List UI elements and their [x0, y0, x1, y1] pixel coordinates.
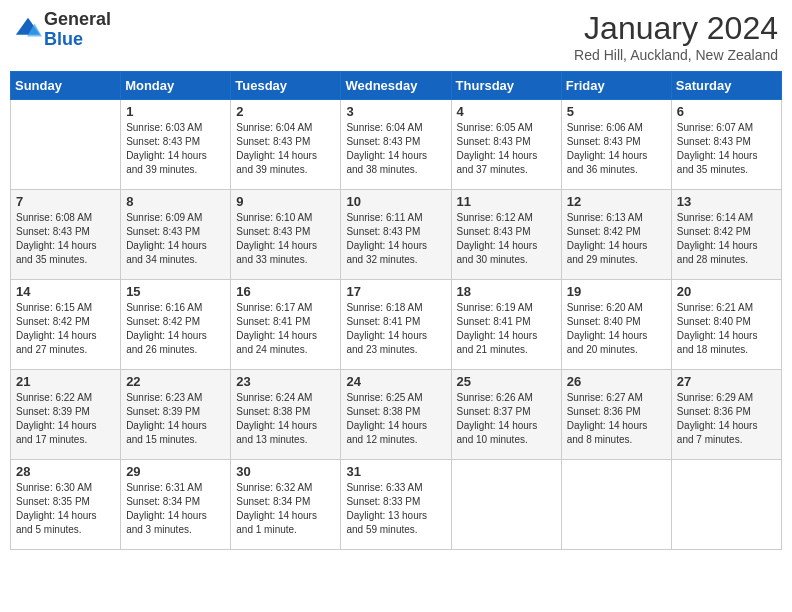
- day-info: Sunrise: 6:30 AMSunset: 8:35 PMDaylight:…: [16, 481, 115, 537]
- day-number: 11: [457, 194, 556, 209]
- day-number: 12: [567, 194, 666, 209]
- day-number: 6: [677, 104, 776, 119]
- day-info: Sunrise: 6:24 AMSunset: 8:38 PMDaylight:…: [236, 391, 335, 447]
- calendar-table: SundayMondayTuesdayWednesdayThursdayFrid…: [10, 71, 782, 550]
- day-info: Sunrise: 6:26 AMSunset: 8:37 PMDaylight:…: [457, 391, 556, 447]
- day-number: 9: [236, 194, 335, 209]
- calendar-cell: 17Sunrise: 6:18 AMSunset: 8:41 PMDayligh…: [341, 280, 451, 370]
- day-number: 28: [16, 464, 115, 479]
- day-info: Sunrise: 6:32 AMSunset: 8:34 PMDaylight:…: [236, 481, 335, 537]
- day-number: 2: [236, 104, 335, 119]
- day-number: 21: [16, 374, 115, 389]
- day-info: Sunrise: 6:20 AMSunset: 8:40 PMDaylight:…: [567, 301, 666, 357]
- calendar-cell: 28Sunrise: 6:30 AMSunset: 8:35 PMDayligh…: [11, 460, 121, 550]
- day-number: 10: [346, 194, 445, 209]
- calendar-cell: 24Sunrise: 6:25 AMSunset: 8:38 PMDayligh…: [341, 370, 451, 460]
- day-number: 13: [677, 194, 776, 209]
- day-info: Sunrise: 6:18 AMSunset: 8:41 PMDaylight:…: [346, 301, 445, 357]
- calendar-cell: 23Sunrise: 6:24 AMSunset: 8:38 PMDayligh…: [231, 370, 341, 460]
- day-number: 27: [677, 374, 776, 389]
- day-info: Sunrise: 6:23 AMSunset: 8:39 PMDaylight:…: [126, 391, 225, 447]
- calendar-cell: 26Sunrise: 6:27 AMSunset: 8:36 PMDayligh…: [561, 370, 671, 460]
- day-info: Sunrise: 6:33 AMSunset: 8:33 PMDaylight:…: [346, 481, 445, 537]
- day-number: 3: [346, 104, 445, 119]
- week-row-5: 28Sunrise: 6:30 AMSunset: 8:35 PMDayligh…: [11, 460, 782, 550]
- calendar-cell: 20Sunrise: 6:21 AMSunset: 8:40 PMDayligh…: [671, 280, 781, 370]
- day-number: 1: [126, 104, 225, 119]
- day-number: 17: [346, 284, 445, 299]
- calendar-cell: 15Sunrise: 6:16 AMSunset: 8:42 PMDayligh…: [121, 280, 231, 370]
- day-number: 25: [457, 374, 556, 389]
- day-info: Sunrise: 6:10 AMSunset: 8:43 PMDaylight:…: [236, 211, 335, 267]
- calendar-cell: 9Sunrise: 6:10 AMSunset: 8:43 PMDaylight…: [231, 190, 341, 280]
- day-number: 5: [567, 104, 666, 119]
- calendar-cell: 14Sunrise: 6:15 AMSunset: 8:42 PMDayligh…: [11, 280, 121, 370]
- calendar-cell: [671, 460, 781, 550]
- day-info: Sunrise: 6:11 AMSunset: 8:43 PMDaylight:…: [346, 211, 445, 267]
- calendar-cell: 21Sunrise: 6:22 AMSunset: 8:39 PMDayligh…: [11, 370, 121, 460]
- weekday-header-thursday: Thursday: [451, 72, 561, 100]
- day-info: Sunrise: 6:22 AMSunset: 8:39 PMDaylight:…: [16, 391, 115, 447]
- calendar-cell: 12Sunrise: 6:13 AMSunset: 8:42 PMDayligh…: [561, 190, 671, 280]
- calendar-cell: 19Sunrise: 6:20 AMSunset: 8:40 PMDayligh…: [561, 280, 671, 370]
- calendar-cell: 16Sunrise: 6:17 AMSunset: 8:41 PMDayligh…: [231, 280, 341, 370]
- day-number: 20: [677, 284, 776, 299]
- logo-blue: Blue: [44, 29, 83, 49]
- week-row-3: 14Sunrise: 6:15 AMSunset: 8:42 PMDayligh…: [11, 280, 782, 370]
- day-info: Sunrise: 6:07 AMSunset: 8:43 PMDaylight:…: [677, 121, 776, 177]
- day-info: Sunrise: 6:15 AMSunset: 8:42 PMDaylight:…: [16, 301, 115, 357]
- week-row-2: 7Sunrise: 6:08 AMSunset: 8:43 PMDaylight…: [11, 190, 782, 280]
- day-number: 14: [16, 284, 115, 299]
- calendar-cell: [11, 100, 121, 190]
- calendar-cell: 31Sunrise: 6:33 AMSunset: 8:33 PMDayligh…: [341, 460, 451, 550]
- page-header: General Blue January 2024 Red Hill, Auck…: [10, 10, 782, 63]
- day-info: Sunrise: 6:17 AMSunset: 8:41 PMDaylight:…: [236, 301, 335, 357]
- calendar-cell: 1Sunrise: 6:03 AMSunset: 8:43 PMDaylight…: [121, 100, 231, 190]
- day-number: 8: [126, 194, 225, 209]
- calendar-cell: 3Sunrise: 6:04 AMSunset: 8:43 PMDaylight…: [341, 100, 451, 190]
- calendar-cell: 18Sunrise: 6:19 AMSunset: 8:41 PMDayligh…: [451, 280, 561, 370]
- calendar-cell: 6Sunrise: 6:07 AMSunset: 8:43 PMDaylight…: [671, 100, 781, 190]
- month-title: January 2024: [574, 10, 778, 47]
- day-info: Sunrise: 6:04 AMSunset: 8:43 PMDaylight:…: [236, 121, 335, 177]
- calendar-cell: 4Sunrise: 6:05 AMSunset: 8:43 PMDaylight…: [451, 100, 561, 190]
- calendar-cell: 10Sunrise: 6:11 AMSunset: 8:43 PMDayligh…: [341, 190, 451, 280]
- day-info: Sunrise: 6:12 AMSunset: 8:43 PMDaylight:…: [457, 211, 556, 267]
- location: Red Hill, Auckland, New Zealand: [574, 47, 778, 63]
- day-info: Sunrise: 6:08 AMSunset: 8:43 PMDaylight:…: [16, 211, 115, 267]
- day-number: 19: [567, 284, 666, 299]
- day-info: Sunrise: 6:09 AMSunset: 8:43 PMDaylight:…: [126, 211, 225, 267]
- weekday-header-row: SundayMondayTuesdayWednesdayThursdayFrid…: [11, 72, 782, 100]
- weekday-header-friday: Friday: [561, 72, 671, 100]
- day-info: Sunrise: 6:04 AMSunset: 8:43 PMDaylight:…: [346, 121, 445, 177]
- day-number: 16: [236, 284, 335, 299]
- day-info: Sunrise: 6:27 AMSunset: 8:36 PMDaylight:…: [567, 391, 666, 447]
- calendar-cell: 11Sunrise: 6:12 AMSunset: 8:43 PMDayligh…: [451, 190, 561, 280]
- calendar-cell: [451, 460, 561, 550]
- day-info: Sunrise: 6:16 AMSunset: 8:42 PMDaylight:…: [126, 301, 225, 357]
- day-number: 30: [236, 464, 335, 479]
- day-number: 26: [567, 374, 666, 389]
- day-number: 24: [346, 374, 445, 389]
- day-number: 4: [457, 104, 556, 119]
- day-number: 7: [16, 194, 115, 209]
- week-row-1: 1Sunrise: 6:03 AMSunset: 8:43 PMDaylight…: [11, 100, 782, 190]
- calendar-cell: 27Sunrise: 6:29 AMSunset: 8:36 PMDayligh…: [671, 370, 781, 460]
- weekday-header-tuesday: Tuesday: [231, 72, 341, 100]
- day-number: 29: [126, 464, 225, 479]
- day-info: Sunrise: 6:29 AMSunset: 8:36 PMDaylight:…: [677, 391, 776, 447]
- day-info: Sunrise: 6:19 AMSunset: 8:41 PMDaylight:…: [457, 301, 556, 357]
- week-row-4: 21Sunrise: 6:22 AMSunset: 8:39 PMDayligh…: [11, 370, 782, 460]
- day-info: Sunrise: 6:06 AMSunset: 8:43 PMDaylight:…: [567, 121, 666, 177]
- day-number: 18: [457, 284, 556, 299]
- weekday-header-saturday: Saturday: [671, 72, 781, 100]
- calendar-cell: 2Sunrise: 6:04 AMSunset: 8:43 PMDaylight…: [231, 100, 341, 190]
- calendar-cell: [561, 460, 671, 550]
- weekday-header-monday: Monday: [121, 72, 231, 100]
- calendar-cell: 5Sunrise: 6:06 AMSunset: 8:43 PMDaylight…: [561, 100, 671, 190]
- logo-icon: [14, 16, 42, 44]
- logo-general: General: [44, 9, 111, 29]
- day-info: Sunrise: 6:25 AMSunset: 8:38 PMDaylight:…: [346, 391, 445, 447]
- day-info: Sunrise: 6:13 AMSunset: 8:42 PMDaylight:…: [567, 211, 666, 267]
- day-number: 31: [346, 464, 445, 479]
